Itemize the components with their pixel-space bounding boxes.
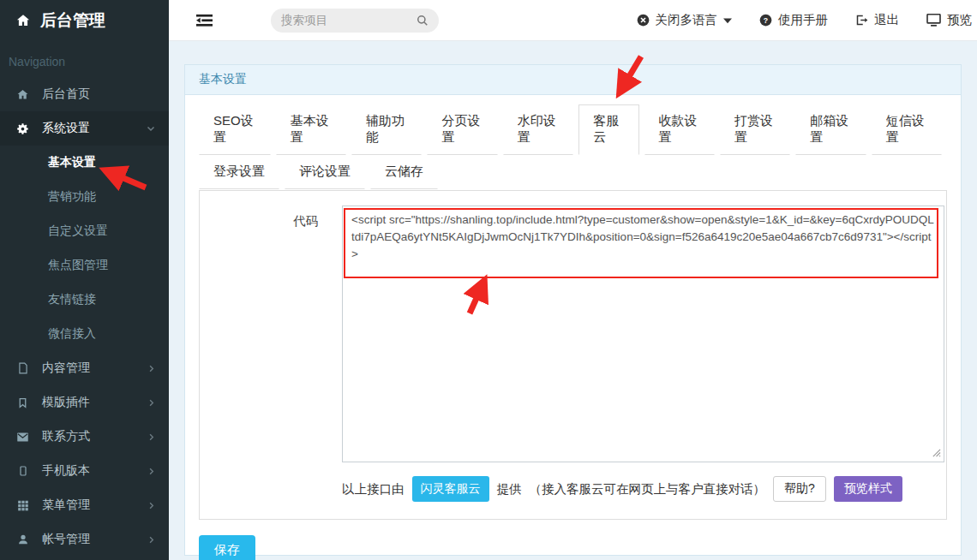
- code-field-wrapper: <script src="https://shanling.top/includ…: [342, 206, 944, 465]
- toggle-multilanguage-label: 关闭多语言: [656, 12, 718, 28]
- subitem-label: 焦点图管理: [48, 258, 108, 273]
- sidebar-item-contact-info[interactable]: 联系方式: [0, 420, 169, 454]
- app-title: 后台管理: [40, 9, 105, 32]
- chevron-right-icon: [147, 501, 156, 510]
- chevron-right-icon: [147, 398, 156, 408]
- tab-pagination-settings[interactable]: 分页设置: [427, 104, 497, 155]
- tab-sms-settings[interactable]: 短信设置: [872, 104, 942, 155]
- bookmark-icon: [15, 397, 30, 408]
- preview-label: 预览: [947, 12, 972, 28]
- panel-title: 基本设置: [185, 65, 961, 95]
- sidebar-item-label: 后台首页: [42, 86, 90, 102]
- sidebar-item-content-management[interactable]: 内容管理: [0, 351, 169, 385]
- logout-label: 退出: [874, 12, 899, 28]
- code-field-label: 代码: [212, 206, 342, 465]
- nav-section-label: Navigation: [0, 41, 169, 77]
- subitem-label: 营销功能: [48, 189, 96, 205]
- user-manual-label: 使用手册: [778, 12, 828, 28]
- chevron-right-icon: [147, 432, 156, 442]
- sidebar-subitem-marketing[interactable]: 营销功能: [0, 180, 169, 214]
- gear-icon: [15, 122, 30, 135]
- tab-basic-settings[interactable]: 基本设置: [276, 104, 346, 155]
- sidebar-item-label: 手机版本: [42, 463, 90, 479]
- sidebar-item-label: 联系方式: [42, 429, 90, 444]
- sidebar-item-label: 内容管理: [42, 360, 90, 376]
- subitem-label: 基本设置: [48, 155, 96, 170]
- caret-down-icon: [723, 17, 732, 24]
- mobile-icon: [15, 465, 30, 477]
- save-button[interactable]: 保存: [199, 535, 255, 560]
- sidebar-item-account-management[interactable]: 帐号管理: [0, 522, 169, 557]
- app-logo[interactable]: 后台管理: [0, 0, 169, 41]
- question-circle-icon: ?: [759, 14, 772, 27]
- code-form-row: 代码 <script src="https://shanling.top/inc…: [212, 206, 934, 465]
- provider-suffix-text: 提供: [497, 481, 522, 497]
- tab-content: 代码 <script src="https://shanling.top/inc…: [199, 190, 947, 520]
- sidebar-item-label: 菜单管理: [42, 497, 90, 513]
- topbar: 关闭多语言 ? 使用手册 退出 预览: [169, 0, 977, 41]
- sidebar-item-label: 模版插件: [42, 395, 90, 410]
- subitem-label: 友情链接: [48, 292, 96, 307]
- provider-row: 以上接口由 闪灵客服云 提供 （接入客服云可在网页上与客户直接对话） 帮助? 预…: [342, 476, 934, 502]
- chevron-right-icon: [147, 467, 156, 476]
- toggle-multilanguage-link[interactable]: 关闭多语言: [637, 12, 733, 28]
- content-area: 基本设置 SEO设置 基本设置 辅助功能 分页设置 水印设置 客服云 收款设置 …: [169, 41, 977, 560]
- code-textarea[interactable]: <script src="https://shanling.top/includ…: [342, 206, 944, 462]
- shanling-brand-button[interactable]: 闪灵客服云: [412, 476, 489, 502]
- search-icon[interactable]: [417, 15, 429, 27]
- envelope-icon: [15, 431, 30, 444]
- sidebar-subitem-basic-settings[interactable]: 基本设置: [0, 146, 169, 180]
- logout-link[interactable]: 退出: [855, 12, 899, 28]
- chevron-right-icon: [147, 364, 156, 373]
- user-icon: [15, 533, 30, 545]
- tab-customer-service-cloud[interactable]: 客服云: [578, 104, 638, 155]
- sidebar-item-system-settings[interactable]: 系统设置: [0, 111, 169, 146]
- subitem-label: 自定义设置: [48, 223, 108, 239]
- sidebar-item-dashboard[interactable]: 后台首页: [0, 77, 169, 111]
- search-input[interactable]: [281, 14, 401, 27]
- sidebar-subitem-wechat-access[interactable]: 微信接入: [0, 317, 169, 351]
- tab-accessibility[interactable]: 辅助功能: [351, 104, 422, 155]
- grid-icon: [15, 499, 30, 511]
- sidebar-subitem-banner-management[interactable]: 焦点图管理: [0, 248, 169, 283]
- monitor-icon: [926, 14, 941, 27]
- tab-reward-settings[interactable]: 打赏设置: [720, 104, 790, 155]
- sidebar-item-label: 系统设置: [42, 121, 90, 136]
- tabs-row-2: 登录设置 评论设置 云储存: [199, 155, 947, 189]
- tab-seo-settings[interactable]: SEO设置: [199, 104, 271, 155]
- sidebar-item-menu-management[interactable]: 菜单管理: [0, 488, 169, 522]
- sidebar-subitem-custom-settings[interactable]: 自定义设置: [0, 214, 169, 248]
- close-circle-icon: [637, 14, 650, 27]
- preview-link[interactable]: 预览: [926, 12, 972, 28]
- tabs-row-1: SEO设置 基本设置 辅助功能 分页设置 水印设置 客服云 收款设置 打赏设置 …: [199, 104, 947, 155]
- provider-note-text: （接入客服云可在网页上与客户直接对话）: [530, 481, 766, 497]
- tab-cloud-storage[interactable]: 云储存: [370, 155, 438, 189]
- settings-panel: 基本设置 SEO设置 基本设置 辅助功能 分页设置 水印设置 客服云 收款设置 …: [184, 64, 962, 556]
- chevron-down-icon: [146, 123, 156, 134]
- tab-watermark-settings[interactable]: 水印设置: [503, 104, 573, 155]
- tab-login-settings[interactable]: 登录设置: [199, 155, 279, 189]
- sidebar-item-template-plugins[interactable]: 模版插件: [0, 385, 169, 420]
- subitem-label: 微信接入: [48, 326, 96, 342]
- sidebar-subitem-friend-links[interactable]: 友情链接: [0, 283, 169, 317]
- sidebar: 后台管理 Navigation 后台首页 系统设置 基本设置 营销功能 自定义设…: [0, 0, 169, 560]
- sign-out-icon: [855, 14, 868, 27]
- sidebar-toggle-icon[interactable]: [196, 14, 213, 27]
- home-icon: [15, 88, 30, 101]
- tab-comment-settings[interactable]: 评论设置: [285, 155, 365, 189]
- sidebar-item-mobile-version[interactable]: 手机版本: [0, 454, 169, 488]
- search-input-container[interactable]: [271, 9, 439, 33]
- topbar-menu: 关闭多语言 ? 使用手册 退出 预览: [637, 12, 977, 28]
- tab-email-settings[interactable]: 邮箱设置: [795, 104, 866, 155]
- help-button[interactable]: 帮助?: [773, 476, 826, 502]
- user-manual-link[interactable]: ? 使用手册: [759, 12, 828, 28]
- tab-payment-settings[interactable]: 收款设置: [644, 104, 715, 155]
- chevron-right-icon: [147, 535, 156, 545]
- file-icon: [15, 362, 30, 374]
- sidebar-item-label: 帐号管理: [42, 532, 90, 547]
- panel-body: SEO设置 基本设置 辅助功能 分页设置 水印设置 客服云 收款设置 打赏设置 …: [185, 95, 961, 560]
- home-icon: [15, 13, 31, 28]
- provider-prefix-text: 以上接口由: [342, 481, 405, 497]
- svg-text:?: ?: [764, 16, 768, 25]
- preview-style-button[interactable]: 预览样式: [834, 476, 902, 502]
